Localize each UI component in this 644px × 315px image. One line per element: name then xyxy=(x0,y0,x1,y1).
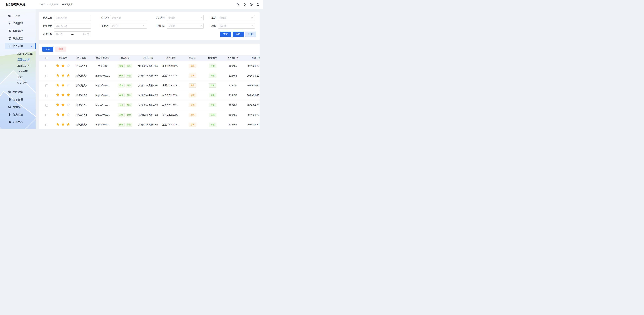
updater-badge: 系统 xyxy=(189,64,196,68)
coop-price: 星图120s:12K... xyxy=(162,104,179,106)
row-checkbox[interactable] xyxy=(46,94,48,97)
sidebar-item-permission[interactable]: 权限管理 xyxy=(5,28,34,34)
wechat-business-select[interactable]: 请选择 xyxy=(167,23,204,29)
talent-name-input[interactable] xyxy=(54,15,91,20)
chevron-down-icon xyxy=(143,25,145,27)
sidebar-item-brand-resources[interactable]: 品牌资源 xyxy=(5,89,34,95)
search-button[interactable]: 查询 xyxy=(232,32,244,37)
column-header: 达人名称 xyxy=(72,55,92,61)
collapse-button[interactable]: 收起 xyxy=(245,32,256,37)
sidebar-item-training-center[interactable]: 培训中心 xyxy=(5,119,34,125)
submenu-item-unreported-talent[interactable]: 非报备达人库 xyxy=(0,51,36,57)
filter-panel: 达人名称 达人ID 达人类型 请选择 星级 请选择 合作价格 更新人 请选择 挂… xyxy=(39,12,260,40)
column-header: 粉丝占比 xyxy=(136,55,160,61)
table-row: 测试达人1发布链接美食旅行女粉52% 男粉48%星图120s:12K...系统挂… xyxy=(39,61,260,71)
submenu-item-deal-talent[interactable]: 成交达人库 xyxy=(0,63,36,68)
updater-badge: 系统 xyxy=(189,83,196,88)
select-all-checkbox[interactable] xyxy=(46,57,48,59)
breadcrumb-item-talent-management[interactable]: 达人管理 xyxy=(49,3,58,6)
wechat-id: 123456 xyxy=(229,94,237,97)
talent-tag: 旅行 xyxy=(126,123,132,127)
table-toolbar: 录入 删除 xyxy=(39,44,260,52)
row-checkbox[interactable] xyxy=(46,104,48,107)
homepage-link[interactable]: 发布链接 xyxy=(98,64,108,67)
sidebar-item-organization[interactable]: 组织管理 xyxy=(5,20,34,27)
updater-badge: 系统 xyxy=(189,113,196,117)
talent-submenu: 非报备达人库 星图达人库 成交达人库 达人标签 平台 达人类型 xyxy=(0,51,36,86)
wechat-id: 123456 xyxy=(229,64,237,67)
table-scroll-container[interactable]: 达人星级达人名称达人主页链接达人标签粉丝占比合作价格更新人挂微商务达人微信号挂微… xyxy=(39,55,260,129)
coop-price: 星图120s:12K... xyxy=(162,94,179,96)
talent-tag: 美食 xyxy=(118,103,124,107)
talent-tags: 美食旅行 xyxy=(118,113,132,117)
updater-badge: 系统 xyxy=(189,73,196,78)
delete-button[interactable]: 删除 xyxy=(55,46,66,52)
add-button[interactable]: 录入 xyxy=(42,46,53,52)
sidebar-nav: 工作台 组织管理 权限管理 系统设置 达人管理 非报备达人库 星图达人库 成交达… xyxy=(0,9,36,125)
talent-tag: 旅行 xyxy=(126,84,132,87)
submenu-item-talent-tags[interactable]: 达人标签 xyxy=(0,68,36,74)
sidebar-item-talent-management[interactable]: 达人管理 xyxy=(5,43,34,49)
sidebar-item-order-management[interactable]: 订单管理 xyxy=(5,96,34,103)
homepage-link[interactable]: https://www... xyxy=(96,84,110,87)
talent-table-panel: 录入 删除 达人星级达人名称达人主页链接达人标签粉丝占比合作价格更新人挂微商务达… xyxy=(39,44,260,129)
sidebar-item-workbench[interactable]: 工作台 xyxy=(5,12,34,19)
homepage-link[interactable]: https://www... xyxy=(96,94,110,97)
coop-price: 星图120s:12K... xyxy=(162,64,179,67)
sidebar-item-data-statistics[interactable]: 数据统计 xyxy=(5,104,34,110)
table-row: 测试达人7https://www...美食旅行女粉52% 男粉48%星图120s… xyxy=(39,120,260,129)
coop-price: 星图120s:12K... xyxy=(162,123,179,126)
table-row: 测试达人5https://www...美食旅行女粉52% 男粉48%星图120s… xyxy=(39,100,260,110)
row-checkbox[interactable] xyxy=(46,65,48,67)
reset-button[interactable]: 重置 xyxy=(220,32,231,37)
sidebar-item-label: 系统设置 xyxy=(13,37,23,40)
talent-tags: 美食旅行 xyxy=(118,84,132,87)
coop-price: 星图120s:12K... xyxy=(162,113,179,116)
homepage-link[interactable]: https://www... xyxy=(96,123,110,126)
sidebar-item-label: 权限管理 xyxy=(13,29,23,33)
star-level-select[interactable]: 请选择 xyxy=(218,15,255,20)
coop-price-input[interactable] xyxy=(54,23,91,29)
price-range-input[interactable]: 最小值 — 最大值 xyxy=(54,31,91,37)
talent-type-select[interactable]: 请选择 xyxy=(167,15,204,20)
homepage-link[interactable]: https://www... xyxy=(96,74,110,77)
talent-tags: 美食旅行 xyxy=(118,93,132,97)
user-icon[interactable] xyxy=(256,3,260,6)
range-dash: — xyxy=(72,33,74,35)
row-checkbox[interactable] xyxy=(46,114,48,116)
select-placeholder: 请选择 xyxy=(112,24,118,27)
fans-ratio: 女粉52% 男粉48% xyxy=(138,64,158,67)
sidebar-item-system-settings[interactable]: 系统设置 xyxy=(5,35,34,42)
sidebar-item-label: 行为监控 xyxy=(13,113,23,116)
wechat-business-badge: 挂微 xyxy=(209,113,216,117)
talent-id-input[interactable] xyxy=(110,15,147,20)
sidebar-item-label: 培训中心 xyxy=(13,121,23,124)
star-rating xyxy=(56,123,70,126)
bell-icon[interactable] xyxy=(243,3,246,6)
homepage-link[interactable]: https://www... xyxy=(96,104,110,106)
wechat-business-badge: 挂微 xyxy=(209,123,216,127)
row-checkbox[interactable] xyxy=(46,74,48,77)
table-row: 测试达人2https://www...美食旅行女粉52% 男粉48%星图120s… xyxy=(39,71,260,81)
row-checkbox[interactable] xyxy=(46,84,48,87)
updater-select[interactable]: 请选择 xyxy=(110,23,147,29)
homepage-link[interactable]: https://www... xyxy=(96,114,110,116)
hang-wechat-date: 2024-04-20 xyxy=(247,104,260,106)
search-icon[interactable] xyxy=(236,3,240,6)
submenu-item-talent-type[interactable]: 达人类型 xyxy=(0,80,36,86)
select-placeholder: 请选择 xyxy=(220,24,226,27)
chevron-down-icon xyxy=(200,17,202,18)
tag-select[interactable]: 请选择 xyxy=(218,23,255,29)
sidebar-item-behavior-monitoring[interactable]: 行为监控 xyxy=(5,111,34,118)
building-icon xyxy=(8,22,11,25)
app-logo: MCN管理系统 xyxy=(6,2,26,6)
talent-tag: 旅行 xyxy=(126,113,132,117)
filter-label-wechat-business: 挂微商务 xyxy=(149,24,165,27)
row-checkbox[interactable] xyxy=(46,124,48,126)
submenu-item-platform[interactable]: 平台 xyxy=(0,74,36,80)
help-icon[interactable] xyxy=(250,3,253,6)
webcam-icon xyxy=(8,113,11,116)
submenu-item-xingtu-talent[interactable]: 星图达人库 xyxy=(0,57,36,63)
fans-ratio: 女粉52% 男粉48% xyxy=(138,94,158,96)
breadcrumb-item-workbench[interactable]: 工作台 xyxy=(39,3,46,6)
